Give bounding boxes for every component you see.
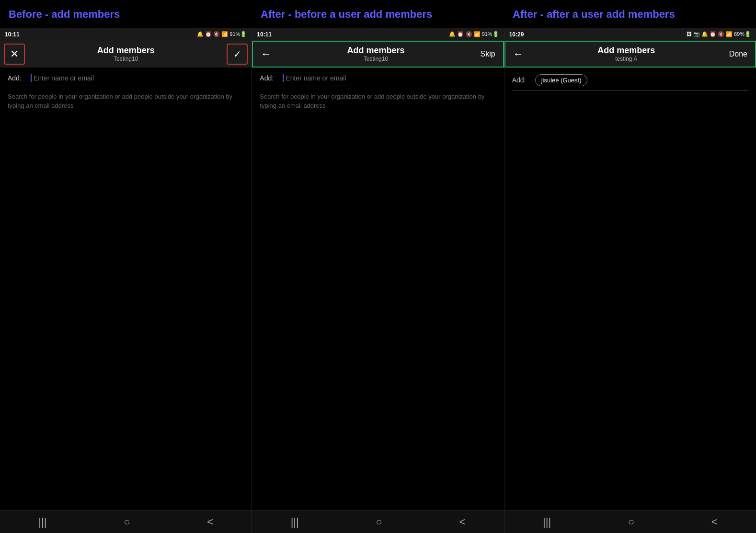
bottom-nav-1: ||| ○ < [0,510,252,533]
nav-home-2[interactable]: ○ [372,512,386,532]
bottom-nav-3: ||| ○ < [504,510,756,533]
section-heading-2: After - before a user add members [252,5,504,24]
back-button-2[interactable]: ← [257,44,275,64]
search-hint-2: Search for people in your organization o… [260,92,496,111]
panel-before: 10:11 🔔 ⏰ 🔇 📶 91%🔋 ✕ Add members Testing… [0,28,252,533]
app-bar-subtitle-1: Testing10 [114,56,138,62]
app-bar-3: ← Add members testing A Done [504,41,756,68]
confirm-button[interactable]: ✓ [227,44,248,65]
add-row-1: Add: [8,74,244,86]
status-bar-1: 10:11 🔔 ⏰ 🔇 📶 91%🔋 [0,28,252,41]
app-bar-subtitle-3: testing A [615,56,637,62]
content-1: Add: Search for people in your organizat… [0,68,252,510]
bottom-nav-2: ||| ○ < [252,510,504,533]
section-heading-1: Before - add members [0,5,252,24]
nav-back-2[interactable]: < [455,512,469,532]
add-row-3: Add: jisulee (Guest) [512,74,748,91]
section-headings-row: Before - add members After - before a us… [0,0,756,28]
member-chip[interactable]: jisulee (Guest) [535,74,588,86]
status-icons-1: 🔔 ⏰ 🔇 📶 91%🔋 [197,31,247,37]
status-icons-2: 🔔 ⏰ 🔇 📶 91%🔋 [449,31,499,37]
nav-menu-1[interactable]: ||| [34,512,50,532]
app-bar-title-1: Add members Testing10 [25,45,227,62]
nav-back-3[interactable]: < [708,512,722,532]
add-label-3: Add: [512,76,529,84]
name-email-input-2[interactable] [283,74,496,82]
nav-back-1[interactable]: < [203,512,217,532]
close-icon: ✕ [10,48,19,60]
panel-after-before: 10:11 🔔 ⏰ 🔇 📶 91%🔋 ← Add members Testing… [252,28,504,533]
nav-menu-2[interactable]: ||| [287,512,303,532]
app-bar-2: ← Add members Testing10 Skip [252,41,504,68]
app-bar-title-main-2: Add members [347,45,404,56]
app-bar-1: ✕ Add members Testing10 ✓ [0,41,252,68]
add-label-2: Add: [260,74,277,82]
status-icons-3: 🖼 📷 🔔 ⏰ 🔇 📶 89%🔋 [687,31,751,37]
nav-home-3[interactable]: ○ [624,512,638,532]
section-heading-3: After - after a user add members [504,5,756,24]
panel-after-after: 10:29 🖼 📷 🔔 ⏰ 🔇 📶 89%🔋 ← Add members tes… [504,28,756,533]
checkmark-icon: ✓ [233,48,241,60]
status-time-1: 10:11 [5,31,20,38]
status-bar-2: 10:11 🔔 ⏰ 🔇 📶 91%🔋 [252,28,504,41]
add-label-1: Add: [8,74,25,82]
close-button[interactable]: ✕ [4,44,25,65]
app-bar-title-3: Add members testing A [527,45,725,62]
app-bar-title-main-3: Add members [597,45,655,56]
app-bar-title-2: Add members Testing10 [275,45,476,62]
skip-button[interactable]: Skip [477,46,499,62]
content-2: Add: Search for people in your organizat… [252,68,504,510]
status-bar-3: 10:29 🖼 📷 🔔 ⏰ 🔇 📶 89%🔋 [504,28,756,41]
name-email-input-1[interactable] [31,74,244,82]
back-icon-3: ← [513,48,524,60]
back-icon-2: ← [261,48,271,60]
status-time-3: 10:29 [509,31,524,38]
content-3: Add: jisulee (Guest) [504,68,756,510]
search-hint-1: Search for people in your organization o… [8,92,244,111]
status-time-2: 10:11 [257,31,272,38]
add-row-2: Add: [260,74,496,86]
app-bar-subtitle-2: Testing10 [364,56,388,62]
panels-row: 10:11 🔔 ⏰ 🔇 📶 91%🔋 ✕ Add members Testing… [0,28,756,533]
app-bar-title-main-1: Add members [97,45,155,56]
nav-home-1[interactable]: ○ [120,512,134,532]
done-button[interactable]: Done [725,46,751,62]
back-button-3[interactable]: ← [509,44,527,64]
nav-menu-3[interactable]: ||| [539,512,555,532]
